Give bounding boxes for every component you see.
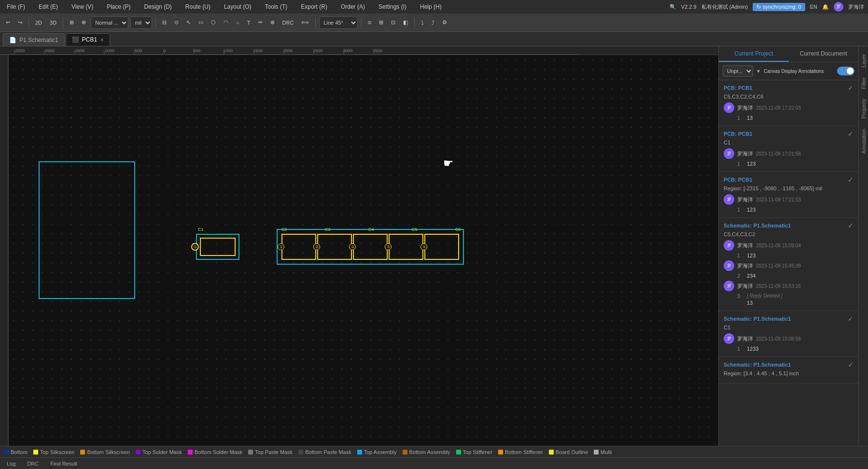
side-tab-annotation[interactable]: Annotation <box>860 126 868 157</box>
tab-current-project[interactable]: Current Project <box>719 46 789 62</box>
poly-btn[interactable]: ⬡ <box>208 16 219 29</box>
app-menu-order[interactable]: Order (A) <box>338 2 368 11</box>
app-menu-view[interactable]: View (V) <box>69 2 96 11</box>
search-icon[interactable]: 🔍 <box>670 4 676 10</box>
layer-top-assembly-color <box>357 450 362 455</box>
app-menu-help[interactable]: Help (H) <box>417 2 445 11</box>
align-btn[interactable]: ⧈ <box>365 16 374 29</box>
app-menu-tools[interactable]: Tools (T) <box>262 2 291 11</box>
layer-top-paste-mask-label: Top Paste Mask <box>255 449 293 455</box>
import-btn[interactable]: ⤵ <box>418 16 427 29</box>
layer-top-silkscreen[interactable]: Top Silkscreen <box>33 449 75 455</box>
layer-bottom-paste-mask[interactable]: Bottom Paste Mask <box>298 449 351 455</box>
pencil-btn[interactable]: ✏ <box>255 16 266 29</box>
layer-bottom[interactable]: Bottom <box>4 449 28 455</box>
view-2d-button[interactable]: 2D <box>32 16 45 29</box>
layer-bottom-silkscreen[interactable]: Bottom Silkscreen <box>80 449 130 455</box>
ann5-check-icon[interactable]: ✓ <box>848 315 854 323</box>
ann1-subtitle: C5,C3,C2,C4,C6 <box>724 94 854 99</box>
pcb-canvas[interactable]: C1 ① C2 C3 <box>9 55 718 446</box>
drc-icon-btn[interactable]: DRC <box>280 16 297 29</box>
layer-bottom-solder-mask[interactable]: Bottom Solder Mask <box>188 449 242 455</box>
tab-schematic[interactable]: 📄 P1.Schematic1 <box>3 33 65 46</box>
layer-top-solder-mask-label: Top Solder Mask <box>142 449 182 455</box>
layer-top-stiffener-color <box>456 450 461 455</box>
side-tab-filter[interactable]: Filter <box>860 74 868 92</box>
redo-button[interactable]: ↪ <box>15 16 25 29</box>
select-btn[interactable]: ↖ <box>183 16 194 29</box>
annotations-list: PCB: PCB1 ✓ C5,C3,C2,C4,C6 罗 罗海洋 2023-11… <box>719 80 858 446</box>
ann4-username: 罗海洋 <box>737 242 753 249</box>
arc-btn[interactable]: ◠ <box>221 16 231 29</box>
circle-btn[interactable]: ○ <box>233 16 242 29</box>
side-tab-property[interactable]: Property <box>860 96 868 122</box>
ann2-check-icon[interactable]: ✓ <box>848 130 854 138</box>
log-button[interactable]: Log <box>4 459 18 469</box>
app-menu-edit[interactable]: Edit (E) <box>36 2 61 11</box>
mode-select[interactable]: Normal ... <box>91 16 128 29</box>
angle-select[interactable]: Line 45° <box>319 16 358 29</box>
layer-bottom-stiffener-label: Bottom Stiffener <box>505 449 543 455</box>
pcb-label-c2: C2 <box>281 227 287 232</box>
measure-btn[interactable]: ⟺ <box>298 16 312 29</box>
export-btn[interactable]: ⤴ <box>429 16 437 29</box>
settings-btn[interactable]: ⚙ <box>439 16 450 29</box>
app-menu-file[interactable]: File (F) <box>4 2 28 11</box>
origin-btn[interactable]: ⊙ <box>171 16 182 29</box>
grid-icon-btn[interactable]: ⊞ <box>67 16 77 29</box>
undo-button[interactable]: ↩ <box>3 16 13 29</box>
tab-close-icon[interactable]: ✕ <box>100 37 104 43</box>
text-btn[interactable]: T <box>244 16 253 29</box>
app-menu-layout[interactable]: Layout (O) <box>221 2 254 11</box>
find-result-button[interactable]: Find Result <box>47 459 80 469</box>
layer-bottom-label: Bottom <box>11 449 28 455</box>
app-menu-route[interactable]: Route (U) <box>182 2 213 11</box>
ann6-check-icon[interactable]: ✓ <box>848 361 854 369</box>
side-tab-layer[interactable]: Layer <box>860 51 868 71</box>
ann5-c1-text: 1233 <box>747 346 758 352</box>
fill-btn[interactable]: ◧ <box>400 16 411 29</box>
app-menu-design[interactable]: Design (D) <box>141 2 175 11</box>
layer-top-paste-mask[interactable]: Top Paste Mask <box>248 449 293 455</box>
ann1-check-icon[interactable]: ✓ <box>848 84 854 92</box>
tab-pcb[interactable]: ⬛ PCB1 ✕ <box>66 33 110 46</box>
drc-button[interactable]: DRC <box>24 459 42 469</box>
layer-top-assembly[interactable]: Top Assembly <box>357 449 397 455</box>
layer-top-stiffener[interactable]: Top Stiffener <box>456 449 493 455</box>
canvas-wrapper: -2500 -2000 -1500 -1000 -500 0 500 1000 … <box>0 46 718 446</box>
app-menu-settings[interactable]: Settings (I) <box>376 2 409 11</box>
svg-text:-2500: -2500 <box>14 48 25 53</box>
view-3d-button[interactable]: 3D <box>47 16 59 29</box>
ann4-username2: 罗海洋 <box>737 262 753 270</box>
layer-top-solder-mask[interactable]: Top Solder Mask <box>136 449 182 455</box>
layer-multi-color <box>594 450 599 455</box>
snap-icon-btn[interactable]: ⊕ <box>79 16 89 29</box>
user-avatar[interactable]: 罗 <box>834 2 843 12</box>
layer-multi[interactable]: Multi <box>594 449 612 455</box>
unit-select[interactable]: mil <box>130 16 152 29</box>
canvas-display-toggle[interactable] <box>837 67 854 75</box>
svg-text:1000: 1000 <box>223 48 233 53</box>
app-menu-place[interactable]: Place (P) <box>104 2 133 11</box>
ann4-check-icon[interactable]: ✓ <box>848 222 854 229</box>
rect-btn[interactable]: ▭ <box>196 16 206 29</box>
layer-bottom-silkscreen-label: Bottom Silkscreen <box>87 449 130 455</box>
grid-lines-btn[interactable]: ⊟ <box>159 16 169 29</box>
layer-board-outline[interactable]: Board Outline <box>549 449 588 455</box>
ann3-check-icon[interactable]: ✓ <box>848 176 854 184</box>
lang-label[interactable]: EN <box>810 4 817 10</box>
copy-btn[interactable]: ⊡ <box>388 16 398 29</box>
pcb-pad-c6-1: ② <box>420 243 427 250</box>
filter-select[interactable]: Unpr... <box>723 65 753 77</box>
sync-button[interactable]: ↻ synchronizing: 0 <box>753 3 805 11</box>
ann4-avatar3: 罗 <box>724 281 734 291</box>
distribute-btn[interactable]: ⊞ <box>376 16 386 29</box>
via-btn[interactable]: ⊗ <box>267 16 278 29</box>
layer-bottom-stiffener[interactable]: Bottom Stiffener <box>498 449 543 455</box>
app-menu-export[interactable]: Export (R) <box>298 2 330 11</box>
notification-icon[interactable]: 🔔 <box>822 4 829 10</box>
tab-current-document[interactable]: Current Document <box>789 46 859 62</box>
ann1-time: 2023-11-09 17:22:03 <box>756 105 801 111</box>
layer-top-silkscreen-color <box>33 450 38 455</box>
layer-bottom-assembly[interactable]: Bottom Assembly <box>403 449 450 455</box>
